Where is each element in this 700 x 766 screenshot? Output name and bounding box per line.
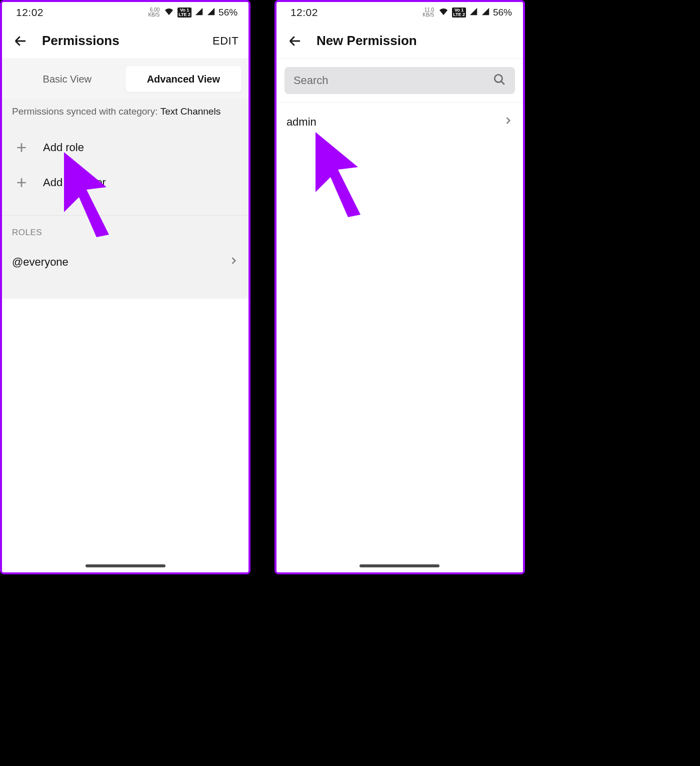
search-icon	[493, 73, 506, 88]
roles-section: ROLES @everyone	[2, 215, 248, 299]
status-bar: 12:02 6.00 KB/S Vo 1 LTE 2 56%	[2, 2, 248, 23]
plus-icon	[15, 176, 28, 189]
role-row-everyone[interactable]: @everyone	[2, 246, 248, 279]
nav-handle[interactable]	[86, 564, 166, 567]
status-time: 12:02	[16, 7, 44, 19]
lte-badge-1: Vo 1 LTE 2	[178, 8, 192, 18]
app-header: New Permission	[276, 23, 523, 59]
chevron-right-icon	[503, 116, 513, 129]
empty-area	[276, 142, 523, 572]
battery-percent: 56%	[218, 7, 238, 18]
wifi-icon	[164, 7, 174, 19]
role-label: @everyone	[12, 256, 68, 269]
phone-screen-new-permission: 12:02 11.0 KB/S Vo 1 LTE 2 56%	[274, 0, 525, 574]
tab-basic-view[interactable]: Basic View	[9, 66, 126, 92]
app-header: Permissions EDIT	[2, 23, 248, 59]
battery-percent: 56%	[493, 7, 512, 18]
roles-heading: ROLES	[2, 216, 248, 246]
sync-category: Text Channels	[160, 106, 220, 117]
svg-point-0	[494, 75, 502, 82]
search-wrap: Search	[276, 59, 523, 103]
add-section: Add role Add member	[2, 121, 248, 215]
status-icons: 6.00 KB/S Vo 1 LTE 2 56%	[148, 7, 238, 19]
edit-button[interactable]: EDIT	[212, 35, 238, 48]
back-button[interactable]	[12, 33, 29, 50]
result-row-admin[interactable]: admin	[276, 103, 523, 142]
status-bar: 12:02 11.0 KB/S Vo 1 LTE 2 56%	[276, 2, 523, 23]
search-placeholder: Search	[294, 74, 328, 87]
back-button[interactable]	[286, 33, 304, 50]
network-speed: 11.0 KB/S	[422, 8, 434, 18]
add-role-label: Add role	[43, 141, 84, 154]
lte-badge-1: Vo 1 LTE 2	[452, 8, 466, 18]
add-member-label: Add member	[43, 176, 106, 189]
page-title: Permissions	[42, 33, 212, 49]
view-tabs: Basic View Advanced View	[2, 59, 248, 99]
page-title: New Permission	[316, 33, 513, 49]
nav-handle[interactable]	[360, 564, 440, 567]
sync-info: Permissions synced with category: Text C…	[2, 99, 248, 121]
wifi-icon	[438, 7, 449, 19]
signal-icon-2	[206, 7, 216, 19]
empty-area	[2, 299, 248, 572]
signal-icon-2	[481, 7, 490, 19]
signal-icon-1	[469, 7, 478, 19]
status-icons: 11.0 KB/S Vo 1 LTE 2 56%	[422, 7, 512, 19]
chevron-right-icon	[228, 256, 238, 269]
plus-icon	[15, 141, 28, 154]
network-speed: 6.00 KB/S	[148, 8, 160, 18]
signal-icon-1	[194, 7, 204, 19]
result-label: admin	[286, 116, 316, 129]
phone-screen-permissions: 12:02 6.00 KB/S Vo 1 LTE 2 56%	[0, 0, 250, 574]
status-time: 12:02	[290, 7, 318, 19]
add-member-button[interactable]: Add member	[2, 165, 248, 200]
search-input[interactable]: Search	[284, 67, 515, 94]
tab-advanced-view[interactable]: Advanced View	[126, 66, 242, 92]
add-role-button[interactable]: Add role	[2, 130, 248, 165]
